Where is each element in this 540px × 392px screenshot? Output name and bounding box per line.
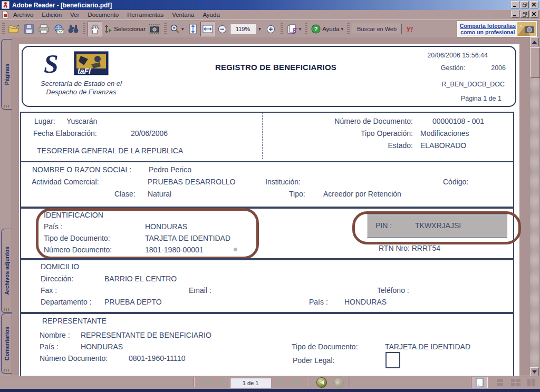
actividad-label: Actividad Comercial: <box>32 178 99 186</box>
printer-icon <box>38 24 50 34</box>
fit-width-button[interactable] <box>200 22 215 36</box>
snapshot-button[interactable] <box>147 22 162 36</box>
doc-close-icon[interactable] <box>530 11 538 18</box>
menu-archivo[interactable]: Archivo <box>9 11 37 19</box>
menu-ventana[interactable]: Ventana <box>168 11 198 19</box>
open-folder-icon <box>8 24 20 34</box>
report-header-box: taFI S Secretaría de Estado en el Despac… <box>22 46 516 107</box>
menu-herramientas[interactable]: Herramientas <box>123 11 168 19</box>
rtn-row: RTN Nro: RRRT54 <box>379 244 440 252</box>
menu-documento[interactable]: Documento <box>83 11 123 19</box>
telefono-label: Teléfono : <box>377 286 409 295</box>
pdf-viewport[interactable]: taFI S Secretaría de Estado en el Despac… <box>12 37 530 376</box>
zoom-tool-button[interactable]: ▾ <box>169 22 186 36</box>
next-page-icon[interactable] <box>274 378 288 387</box>
scroll-up-icon[interactable] <box>530 37 539 46</box>
doc-restore-icon[interactable] <box>520 11 529 18</box>
close-icon[interactable] <box>530 1 538 8</box>
minimize-icon[interactable] <box>511 1 519 8</box>
nombre-value: Pedro Perico <box>149 165 191 174</box>
pdf-document-icon <box>2 11 9 18</box>
search-web-button[interactable]: Buscar en Web <box>352 24 402 34</box>
open-button[interactable] <box>7 22 22 36</box>
hand-tool-button[interactable] <box>88 22 102 36</box>
fit-page-button[interactable] <box>186 22 200 36</box>
search-button[interactable] <box>66 22 81 36</box>
page-indicator[interactable]: 1 de 1 <box>230 378 271 388</box>
select-text-icon <box>104 25 112 34</box>
restore-icon[interactable] <box>520 1 529 8</box>
layout-continuous-facing-icon[interactable] <box>524 377 538 388</box>
adobe-reader-app-icon <box>2 1 9 9</box>
zoom-level-combobox[interactable]: 119% <box>230 24 256 34</box>
vertical-scrollbar[interactable] <box>530 37 539 376</box>
sidebar-tab-comentarios[interactable]: Comentarios <box>1 313 12 374</box>
last-page-icon[interactable] <box>290 378 304 387</box>
first-page-icon[interactable] <box>200 378 214 387</box>
doc-minimize-icon[interactable] <box>511 11 519 18</box>
estado-value: ELABORADO <box>420 141 466 150</box>
toolbar-grip[interactable] <box>2 23 5 35</box>
report-page-label: Página 1 de 1 <box>461 95 502 102</box>
tab-paginas-label: Páginas <box>4 64 10 85</box>
institucion-label: Institución: <box>265 178 301 186</box>
ident-numdoc-value: 1801-1980-00001 <box>145 246 204 254</box>
zoom-in-button[interactable] <box>264 22 278 36</box>
email-button[interactable] <box>51 22 66 36</box>
previous-page-icon[interactable] <box>215 378 229 387</box>
document-window-controls <box>511 11 538 18</box>
actividad-value: PRUEBAS DESARROLLO <box>148 178 236 186</box>
scrollbar-thumb[interactable] <box>530 47 540 78</box>
toolbar-grip[interactable] <box>164 23 167 35</box>
layout-continuous-icon[interactable] <box>494 377 506 388</box>
rep-numdoc-label: Número Documento: <box>40 354 108 362</box>
select-text-label: Seleccionar <box>114 26 146 32</box>
layout-facing-icon[interactable] <box>508 377 523 388</box>
clase-value: Natural <box>148 190 171 198</box>
toolbar-grip[interactable] <box>281 23 283 35</box>
fax-label: Fax : <box>41 286 57 295</box>
history-forward-icon[interactable] <box>333 377 344 388</box>
help-button[interactable]: ? Ayuda ▾ <box>310 22 345 36</box>
zoom-out-button[interactable] <box>215 22 230 36</box>
menu-ver[interactable]: Ver <box>66 11 83 19</box>
tipo-label: Tipo: <box>289 190 305 198</box>
document-work-area: Páginas Archivos adjuntos Comentarios ta… <box>0 37 540 376</box>
departamento-value: PRUEBA DEPTO <box>104 298 162 306</box>
svg-text:?: ? <box>314 26 318 32</box>
toolbar-grip[interactable] <box>305 23 307 35</box>
toolbar-grip[interactable] <box>347 23 350 35</box>
layout-single-page-icon[interactable] <box>471 377 488 388</box>
print-button[interactable] <box>36 22 51 36</box>
menu-edicion[interactable]: Edición <box>37 11 66 19</box>
fit-page-icon <box>189 24 197 34</box>
annotation-dot <box>234 248 237 251</box>
logo-caption-line1: Secretaría de Estado en el <box>41 80 122 87</box>
toolbar-grip[interactable] <box>83 23 85 35</box>
lugar-value: Yuscarán <box>66 117 97 125</box>
yahoo-icon[interactable]: Y! <box>406 25 413 33</box>
history-back-icon[interactable] <box>316 377 327 388</box>
sidebar-tab-paginas[interactable]: Páginas <box>1 39 12 110</box>
snapshot-camera-icon <box>149 24 160 34</box>
zoom-level-value: 119% <box>236 26 250 32</box>
page-view-button[interactable]: ▾ <box>285 22 303 36</box>
email-globe-icon <box>53 24 64 34</box>
menu-ayuda[interactable]: Ayuda <box>198 11 224 19</box>
sidebar-tab-archivos-adjuntos[interactable]: Archivos adjuntos <box>1 229 12 313</box>
zoom-combobox-arrow[interactable]: ▾ <box>256 22 264 36</box>
tipoop-label: Tipo Operación: <box>361 129 413 138</box>
statusbar-divider <box>194 377 194 387</box>
save-button[interactable] <box>22 22 36 36</box>
ident-tipodoc-value: TARJETA DE IDENTIDAD <box>145 234 230 242</box>
poder-legal-checkbox[interactable] <box>385 352 400 368</box>
scroll-down-icon[interactable] <box>530 367 539 376</box>
search-web-label: Buscar en Web <box>357 26 397 32</box>
select-text-button[interactable]: Seleccionar <box>102 22 147 36</box>
statusbar-divider <box>308 377 308 387</box>
dom-pais-value: HONDURAS <box>344 298 387 306</box>
ident-pais-value: HONDURAS <box>145 222 187 231</box>
rep-nombre-label: Nombre : <box>40 331 70 339</box>
photo-banner[interactable]: Comparta fotografías como un profesional <box>457 21 538 37</box>
magnifier-plus-icon <box>170 24 180 34</box>
